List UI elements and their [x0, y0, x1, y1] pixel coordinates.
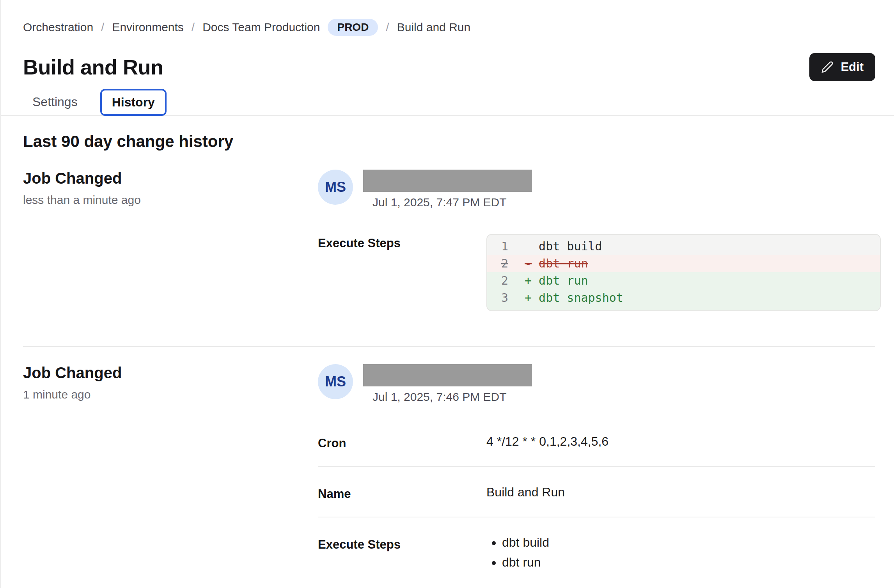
event-name: Job Changed [23, 170, 318, 187]
breadcrumb-separator: / [386, 21, 389, 34]
list-item: dbt run [502, 555, 875, 570]
history-entry: Job Changed less than a minute ago MS Ju… [23, 170, 875, 311]
diff-prefix: + [525, 289, 539, 306]
entry-author: MS Jul 1, 2025, 7:47 PM EDT [318, 170, 875, 209]
change-history-heading: Last 90 day change history [23, 132, 875, 151]
tab-settings[interactable]: Settings [23, 89, 87, 115]
environment-prod-badge: PROD [328, 19, 378, 36]
event-relative-time: 1 minute ago [23, 388, 318, 401]
avatar: MS [318, 364, 353, 399]
detail-label: Execute Steps [318, 535, 486, 552]
diff-line-number: 3 [501, 289, 525, 306]
entry-event-column: Job Changed less than a minute ago [23, 170, 318, 207]
timestamp: Jul 1, 2025, 7:46 PM EDT [372, 390, 532, 404]
timestamp: Jul 1, 2025, 7:47 PM EDT [372, 196, 532, 209]
author-block: Jul 1, 2025, 7:47 PM EDT [363, 170, 532, 209]
entry-divider [23, 346, 875, 347]
redacted-author-name [363, 364, 532, 386]
pencil-icon [821, 61, 834, 73]
breadcrumb-separator: / [192, 21, 195, 34]
event-name: Job Changed [23, 364, 318, 382]
diff-line-number: 1 [501, 238, 525, 255]
edit-button[interactable]: Edit [809, 53, 875, 81]
diff-text: dbt snapshot [539, 289, 623, 306]
diff-text: dbt build [539, 238, 602, 255]
breadcrumb-current-page: Build and Run [397, 21, 470, 34]
diff-prefix [525, 238, 539, 255]
author-block: Jul 1, 2025, 7:46 PM EDT [363, 364, 532, 404]
detail-row-name: Name Build and Run [318, 467, 875, 517]
redacted-author-name [363, 170, 532, 192]
breadcrumb-separator: / [101, 21, 104, 34]
tab-history[interactable]: History [100, 89, 167, 116]
diff-line-removed: 2 -dbt run [487, 255, 880, 272]
list-item: dbt build [502, 535, 875, 550]
entry-detail-column: MS Jul 1, 2025, 7:47 PM EDT Execute Step… [318, 170, 875, 311]
title-row: Build and Run Edit [23, 53, 875, 81]
entry-author: MS Jul 1, 2025, 7:46 PM EDT [318, 364, 875, 404]
entry-changes: Execute Steps 1 dbt build 2 -dbt run 2 + [318, 234, 875, 311]
diff-prefix: - [525, 255, 539, 272]
entry-event-column: Job Changed 1 minute ago [23, 364, 318, 401]
page: Orchestration / Environments / Docs Team… [1, 0, 894, 588]
entry-detail-column: MS Jul 1, 2025, 7:46 PM EDT Cron 4 */12 … [318, 364, 875, 588]
diff-line-added: 2 +dbt run [487, 272, 880, 289]
breadcrumb-orchestration[interactable]: Orchestration [23, 21, 93, 34]
page-title: Build and Run [23, 55, 163, 79]
change-row: Execute Steps 1 dbt build 2 -dbt run 2 + [318, 234, 875, 311]
diff-line-context: 1 dbt build [487, 235, 880, 255]
tab-bar: Settings History [1, 89, 894, 116]
breadcrumb-environment-name[interactable]: Docs Team Production [202, 21, 320, 34]
detail-label: Name [318, 485, 486, 501]
diff-prefix: + [525, 272, 539, 289]
avatar: MS [318, 170, 353, 205]
detail-row-cron: Cron 4 */12 * * 0,1,2,3,4,5,6 [318, 423, 875, 467]
detail-value: 4 */12 * * 0,1,2,3,4,5,6 [486, 434, 875, 449]
diff-line-number: 2 [501, 255, 525, 272]
detail-label: Cron [318, 434, 486, 450]
breadcrumb-environments[interactable]: Environments [112, 21, 183, 34]
execute-steps-list: dbt build dbt run [486, 535, 875, 575]
history-entry: Job Changed 1 minute ago MS Jul 1, 2025,… [23, 364, 875, 588]
diff-line-added: 3 +dbt snapshot [487, 289, 880, 310]
detail-row-execute-steps: Execute Steps dbt build dbt run [318, 517, 875, 588]
execute-steps-diff: 1 dbt build 2 -dbt run 2 +dbt run 3 [486, 234, 881, 311]
change-label: Execute Steps [318, 234, 486, 250]
breadcrumb: Orchestration / Environments / Docs Team… [23, 19, 875, 36]
diff-text: dbt run [539, 272, 588, 289]
event-relative-time: less than a minute ago [23, 193, 318, 207]
entry-changes: Cron 4 */12 * * 0,1,2,3,4,5,6 Name Build… [318, 423, 875, 588]
detail-value: Build and Run [486, 485, 875, 499]
edit-button-label: Edit [841, 60, 864, 74]
diff-line-number: 2 [501, 272, 525, 289]
diff-text: dbt run [539, 255, 588, 272]
